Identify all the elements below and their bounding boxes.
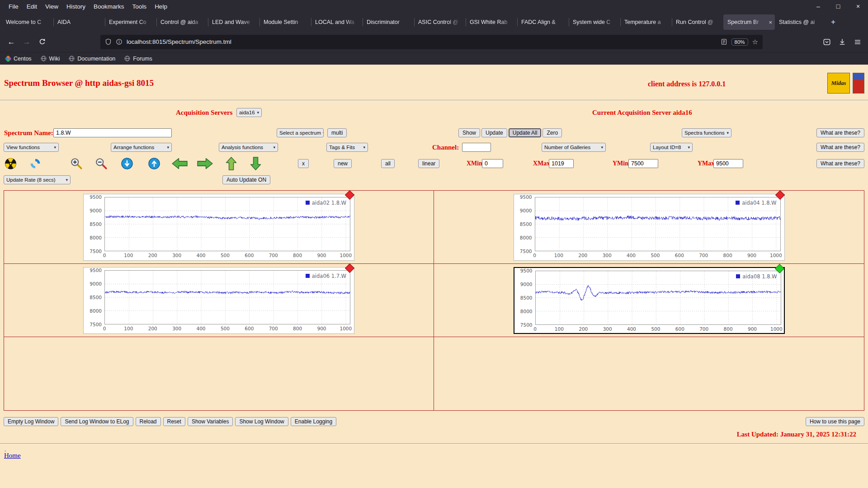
green-arrow-down-icon[interactable] [250,156,262,171]
spectrum-name-input[interactable] [53,128,172,137]
what-are-these-button-1[interactable]: What are these? [816,128,864,137]
multi-button[interactable]: multi [327,128,347,137]
number-of-galleries-dropdown[interactable]: Number of Galleries▾ [542,143,606,152]
bookmark-centos[interactable]: Centos [5,56,32,62]
tab-experiment[interactable]: Experiment Co [105,14,156,30]
forward-button[interactable]: → [19,35,34,49]
tab-run-control[interactable]: Run Control @ [672,14,723,30]
blue-sphere-down-icon[interactable] [121,157,133,170]
maximize-icon[interactable]: □ [828,0,848,13]
reload-button[interactable] [34,35,50,49]
x-scale-button[interactable]: x [298,159,309,168]
tags-fits-dropdown[interactable]: Tags & Fits▾ [326,143,368,152]
zoom-level-indicator[interactable]: 80% [731,38,748,46]
ymin-input[interactable] [628,159,658,168]
save-to-pocket-icon[interactable] [823,38,831,46]
select-spectrum-dropdown[interactable]: Select a spectrum▾ [277,128,324,137]
page-info-icon[interactable] [116,38,123,45]
close-icon[interactable]: × [848,0,868,13]
gallery-cell-6-empty[interactable] [434,337,864,410]
enable-logging-button[interactable]: Enable Logging [291,417,336,426]
tab-aida[interactable]: AIDA [53,14,105,30]
what-are-these-button-3[interactable]: What are these? [816,159,864,168]
ymax-input[interactable] [713,159,743,168]
url-text[interactable]: localhost:8015/Spectrum/Spectrum.tml [127,38,717,45]
how-to-use-button[interactable]: How to use this page [806,417,864,426]
spectrum-chart-aida06[interactable]: 75008000850090009500 aida06 1.7.W 010020… [83,267,354,334]
menu-edit[interactable]: Edit [23,3,41,10]
tab-white-rabbit[interactable]: GSI White Rab [466,14,517,30]
reload-page-button[interactable]: Reload [136,417,161,426]
layout-id-dropdown[interactable]: Layout ID=8▾ [650,143,693,152]
gallery-cell-2[interactable]: 75008000850090009500 aida04 1.8.W 010020… [434,191,864,264]
xmax-input[interactable] [549,159,574,168]
gallery-cell-4[interactable]: 75008000850090009500 aida08 1.8.W 010020… [434,264,864,337]
menu-history[interactable]: History [62,3,90,10]
menu-view[interactable]: View [41,3,62,10]
new-button[interactable]: new [334,159,352,168]
auto-update-button[interactable]: Auto Update ON [222,175,270,184]
tab-welcome[interactable]: Welcome to C [2,14,53,30]
show-log-window-button[interactable]: Show Log Window [235,417,288,426]
xmin-input[interactable] [482,159,503,168]
tab-temperature[interactable]: Temperature a [620,14,672,30]
blue-sphere-up-icon[interactable] [148,157,160,170]
bookmark-star-icon[interactable]: ☆ [752,38,758,46]
minimize-icon[interactable]: – [808,0,828,13]
analysis-functions-dropdown[interactable]: Analysis functions▾ [219,143,278,152]
hamburger-menu-icon[interactable] [854,38,862,46]
tracking-shield-icon[interactable] [105,38,112,45]
spectrum-chart-aida02[interactable]: 75008000850090009500 aida02 1.8.W 010020… [83,194,354,261]
green-arrow-right-icon[interactable] [197,158,213,170]
green-arrow-left-icon[interactable] [171,158,188,170]
url-bar[interactable]: localhost:8015/Spectrum/Spectrum.tml 80%… [100,35,763,49]
new-tab-button[interactable]: + [826,15,840,29]
tab-control[interactable]: Control @ aida [156,14,208,30]
downloads-icon[interactable] [838,38,846,46]
spectrum-chart-aida04[interactable]: 75008000850090009500 aida04 1.8.W 010020… [514,194,785,261]
zoom-out-magnifier-icon[interactable] [95,157,108,170]
zero-button[interactable]: Zero [542,128,562,137]
tab-led-wave[interactable]: LED and Wave [208,14,259,30]
reader-mode-icon[interactable] [721,38,727,45]
linear-button[interactable]: linear [418,159,439,168]
menu-bookmarks[interactable]: Bookmarks [90,3,128,10]
tab-local[interactable]: LOCAL and Wa [311,14,363,30]
home-link[interactable]: Home [4,452,21,460]
all-button[interactable]: all [381,159,395,168]
green-arrow-up-icon[interactable] [225,156,237,171]
gallery-cell-5-empty[interactable] [4,337,434,410]
menu-help[interactable]: Help [151,3,171,10]
tab-discriminator[interactable]: Discriminator [363,14,414,30]
acquisition-server-select[interactable]: aida16▾ [236,108,262,117]
gallery-cell-3[interactable]: 75008000850090009500 aida06 1.7.W 010020… [4,264,434,337]
tab-asic-control[interactable]: ASIC Control @ [414,14,466,30]
what-are-these-button-2[interactable]: What are these? [816,143,864,152]
spectrum-chart-aida08[interactable]: 75008000850090009500 aida08 1.8.W 010020… [514,267,785,334]
bookmark-forums[interactable]: Forums [124,56,152,62]
tab-spectrum-browser-active[interactable]: Spectrum Br × [723,14,775,30]
arrange-functions-dropdown[interactable]: Arrange functions▾ [111,143,172,152]
bookmark-documentation[interactable]: Documentation [69,56,115,62]
tab-module-settings[interactable]: Module Settin [259,14,311,30]
tab-fadc-align[interactable]: FADC Align & [517,14,569,30]
refresh-swirl-icon[interactable] [29,157,42,170]
back-button[interactable]: ← [4,35,19,49]
update-button[interactable]: Update [481,128,507,137]
radiation-source-icon[interactable] [5,158,17,170]
update-all-button[interactable]: Update All [509,128,542,137]
reset-button[interactable]: Reset [163,417,185,426]
view-functions-dropdown[interactable]: View functions▾ [4,143,59,152]
bookmark-wiki[interactable]: Wiki [41,56,60,62]
update-rate-dropdown[interactable]: Update Rate (8 secs)▾ [4,175,71,184]
show-button[interactable]: Show [458,128,480,137]
menu-file[interactable]: File [5,3,23,10]
channel-input[interactable] [462,143,491,152]
empty-log-window-button[interactable]: Empty Log Window [4,417,58,426]
tab-close-icon[interactable]: × [769,19,772,26]
menu-tools[interactable]: Tools [128,3,151,10]
zoom-in-magnifier-icon[interactable] [70,157,83,170]
tab-statistics[interactable]: Statistics @ ai [775,14,826,30]
tab-system-wide[interactable]: System wide C [569,14,620,30]
spectra-functions-dropdown[interactable]: Spectra functions▾ [682,128,731,137]
